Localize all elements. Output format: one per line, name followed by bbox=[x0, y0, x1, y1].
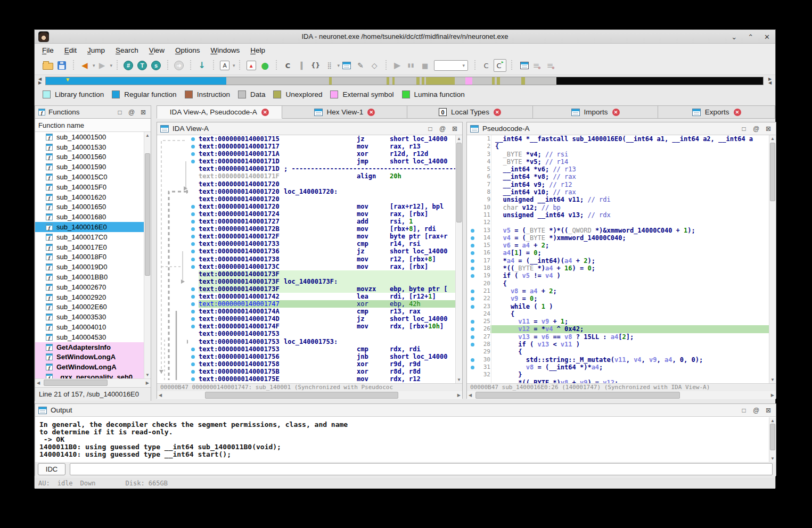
nav-scroll-right-icon[interactable]: ▶◀ bbox=[767, 77, 773, 85]
function-list-item[interactable]: fsub_1400017C0 bbox=[35, 232, 144, 242]
save-icon[interactable] bbox=[55, 59, 68, 72]
start-process-icon[interactable]: ▶ bbox=[391, 59, 404, 72]
disasm-line[interactable]: text:0000000140001720loc_140001720: bbox=[157, 188, 462, 195]
scroll-right-icon[interactable]: ▶ bbox=[457, 393, 461, 398]
scrollbar-thumb[interactable] bbox=[145, 153, 150, 276]
lumina-icon[interactable]: ● bbox=[259, 59, 272, 72]
function-list-item[interactable]: fsub_140001620 bbox=[35, 192, 144, 202]
minimize-icon[interactable]: ⌄ bbox=[731, 33, 737, 41]
output-titlebar[interactable]: Output □ @ ⊠ bbox=[35, 404, 776, 417]
disasm-line[interactable]: text:0000000140001753cmprdx, rdi bbox=[157, 345, 462, 353]
menu-item-edit[interactable]: Edit bbox=[64, 46, 77, 54]
pause-process-icon[interactable]: ▮▮ bbox=[405, 59, 417, 72]
scroll-right-icon[interactable]: ▶ bbox=[146, 381, 149, 385]
pseudocode-line[interactable]: 20 { bbox=[467, 280, 776, 287]
function-list-item[interactable]: fsub_1400018F0 bbox=[35, 252, 144, 262]
pseudocode-line[interactable]: 13 v5 = (_BYTE *)*((_QWORD *)&xmmword_14… bbox=[467, 227, 776, 234]
nav-scroll-left-icon[interactable]: ◀▶ bbox=[37, 77, 43, 85]
pseudocode-line[interactable]: 29 { bbox=[467, 348, 776, 356]
disasm-line[interactable]: text:0000000140001720 bbox=[157, 195, 462, 203]
menu-item-options[interactable]: Options bbox=[175, 46, 200, 54]
trace-into-icon[interactable]: ≡● bbox=[544, 59, 557, 72]
scroll-up-icon[interactable]: ▲ bbox=[144, 133, 151, 138]
function-list-item[interactable]: fsub_140004010 bbox=[35, 322, 144, 332]
functions-vscrollbar[interactable]: ▲ ▼ bbox=[144, 132, 151, 378]
disasm-line[interactable]: text:000000014000173Fmovzxebp, byte ptr … bbox=[157, 285, 462, 293]
function-name-column-header[interactable]: Function name bbox=[35, 119, 151, 132]
ida-view-hscrollbar[interactable]: ◀ ▶ bbox=[157, 391, 462, 399]
struct-icon[interactable]: ║ bbox=[296, 59, 308, 72]
disasm-line[interactable]: text:0000000140001733cmpr14, rsi bbox=[157, 240, 462, 248]
tab-imports[interactable]: Imports✕ bbox=[533, 105, 659, 119]
disasm-line[interactable]: text:0000000140001720mov[rax+r12], bpl bbox=[157, 203, 462, 210]
command-input[interactable] bbox=[70, 463, 773, 475]
scroll-up-icon[interactable]: ▲ bbox=[769, 136, 776, 141]
disasm-line[interactable]: text:000000014000172Fmovbyte ptr [rax+r bbox=[157, 233, 462, 240]
disasm-line[interactable]: text:000000014000171Djmpshort loc_14000 bbox=[157, 158, 462, 165]
pseudocode-line[interactable]: 9 unsigned __int64 v11; // rdi bbox=[467, 196, 776, 203]
tab-close-icon[interactable]: ✕ bbox=[367, 109, 375, 116]
disasm-line[interactable]: text:000000014000175Bxorr8d, r8d bbox=[157, 368, 462, 375]
title-bar[interactable]: IDA - neuronet.exe /home/tsuneki/dc/ctf/… bbox=[35, 30, 775, 44]
compile-c-icon[interactable]: C bbox=[480, 59, 493, 72]
tab-close-icon[interactable]: ✕ bbox=[734, 109, 741, 116]
tab-close-icon[interactable]: ✕ bbox=[261, 109, 269, 116]
pseudocode-line[interactable]: 24 { bbox=[467, 310, 776, 318]
float-panel-icon[interactable]: @ bbox=[752, 125, 760, 133]
jump-address-icon[interactable]: ↓ bbox=[195, 59, 208, 72]
disasm-line[interactable]: text:000000014000173Floc_14000173F: bbox=[157, 278, 462, 285]
maximize-panel-icon[interactable]: □ bbox=[426, 125, 434, 133]
function-list-item[interactable]: fsub_1400019D0 bbox=[35, 262, 144, 272]
disasm-line[interactable]: text:000000014000173Cmovrax, [rbx] bbox=[157, 263, 462, 270]
scroll-down-icon[interactable]: ▼ bbox=[769, 377, 776, 382]
disasm-line[interactable]: text:0000000140001736jzshort loc_14000 bbox=[157, 248, 462, 255]
scrollbar-thumb[interactable] bbox=[44, 380, 108, 386]
disasm-line[interactable]: text:000000014000174Acmpr13, rax bbox=[157, 308, 462, 315]
disasm-line[interactable]: text:0000000140001724movrax, [rbx] bbox=[157, 210, 462, 218]
scrollbar-thumb[interactable] bbox=[205, 392, 398, 399]
pseudocode-line[interactable]: 3 _BYTE *v4; // rsi bbox=[467, 151, 776, 158]
scroll-left-icon[interactable]: ◀ bbox=[469, 393, 472, 398]
pseudocode-line[interactable]: 2{ bbox=[467, 143, 776, 150]
close-panel-icon[interactable]: ⊠ bbox=[764, 407, 773, 414]
disasm-line[interactable]: text:0000000140001753 bbox=[157, 330, 462, 337]
function-list-item[interactable]: fsub_140001BB0 bbox=[35, 272, 144, 282]
function-list-item[interactable]: fsub_140001680 bbox=[35, 212, 144, 222]
function-list-item[interactable]: fsub_1400017E0 bbox=[35, 242, 144, 252]
tab-close-icon[interactable]: ✕ bbox=[494, 109, 501, 116]
scroll-down-icon[interactable]: ▼ bbox=[769, 456, 776, 461]
script-c-icon[interactable]: C bbox=[282, 59, 294, 72]
function-list-item[interactable]: f_gxx_personality_seh0 bbox=[35, 372, 144, 378]
pseudocode-line[interactable]: 27 v13 = v6 == v8 ? 15LL : a4[2]; bbox=[467, 333, 776, 341]
function-list-item[interactable]: fsub_140004530 bbox=[35, 332, 144, 342]
pseudocode-line[interactable]: 22 v9 = 0; bbox=[467, 295, 776, 302]
breakpoint-list-icon[interactable]: ● bbox=[516, 59, 529, 72]
close-icon[interactable]: ✕ bbox=[764, 33, 770, 41]
disasm-line[interactable]: text:0000000140001715jzshort loc_14000 bbox=[157, 135, 462, 143]
nav-back-icon[interactable]: ◀ bbox=[78, 59, 91, 72]
tab-ida-view-a-pseudocode-a[interactable]: IDA View-A, Pseudocode-A✕ bbox=[157, 105, 282, 119]
menu-item-windows[interactable]: Windows bbox=[210, 46, 240, 54]
pseudocode-line[interactable]: 19 if ( v5 != v4 ) bbox=[467, 272, 776, 279]
disasm-line[interactable]: text:0000000140001756jnbshort loc_14000 bbox=[157, 353, 462, 360]
scroll-up-icon[interactable]: ▲ bbox=[769, 418, 776, 423]
function-list-item[interactable]: fsub_140001650 bbox=[35, 202, 144, 212]
pseudocode-line[interactable]: 15 v6 = a4 + 2; bbox=[467, 242, 776, 249]
pseudocode-line[interactable]: 30 std::string::_M_mutate(v11, v4, v9, a… bbox=[467, 356, 776, 364]
trace-over-icon[interactable]: ≡● bbox=[530, 59, 543, 72]
tab-exports[interactable]: Exports✕ bbox=[658, 105, 775, 119]
output-vscrollbar[interactable]: ▲ ▼ bbox=[769, 417, 776, 462]
disasm-line[interactable]: text:0000000140001758xorr9d, r9d bbox=[157, 360, 462, 368]
maximize-panel-icon[interactable]: □ bbox=[116, 109, 124, 116]
function-list-item[interactable]: fsub_140001530 bbox=[35, 142, 144, 152]
pseudocode-hscrollbar[interactable]: ◀ ▶ bbox=[467, 391, 776, 399]
nav-forward-icon[interactable]: ▶ bbox=[96, 59, 109, 72]
pseudocode-line[interactable]: 8 __int64 v10; // rax bbox=[467, 188, 776, 196]
run-c-icon[interactable]: C▸ bbox=[494, 59, 506, 72]
function-list-item[interactable]: fsub_1400015C0 bbox=[35, 172, 144, 182]
window-list-icon[interactable] bbox=[340, 59, 353, 72]
pseudocode-line[interactable]: 21 v8 = a4 + 2; bbox=[467, 287, 776, 295]
disasm-line[interactable]: text:000000014000175Emovrdx, r12 bbox=[157, 375, 462, 383]
scrollbar-thumb[interactable] bbox=[475, 392, 680, 399]
menu-item-help[interactable]: Help bbox=[250, 46, 265, 54]
